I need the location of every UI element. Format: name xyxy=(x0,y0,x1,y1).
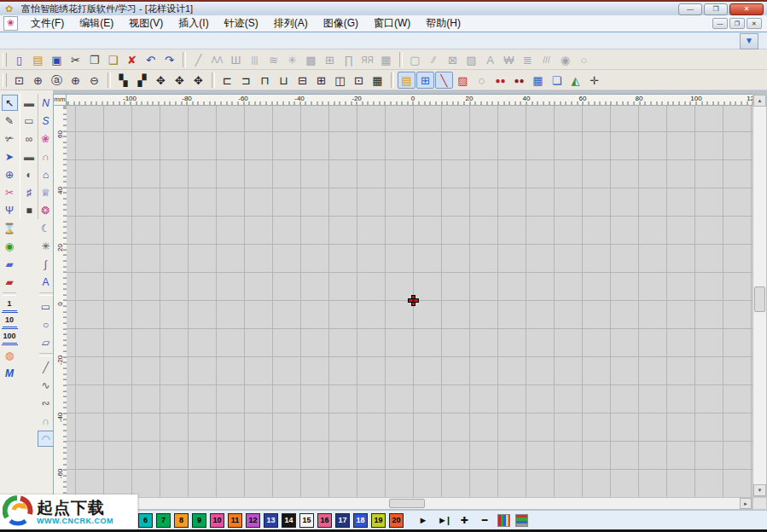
hatch-stitch-icon[interactable]: ⁄⁄ xyxy=(425,51,443,68)
color-swatch-18[interactable]: 18 xyxy=(353,513,368,528)
vertical-scroll-thumb[interactable] xyxy=(754,286,765,312)
swap-block-icon[interactable]: ▞ xyxy=(133,72,151,89)
arch-pink-tool[interactable]: ∩ xyxy=(38,148,54,165)
ellipse-tool[interactable]: ○ xyxy=(38,316,54,332)
fur-stitch-icon[interactable]: /// xyxy=(537,51,555,68)
align-bottom-icon[interactable]: ⊔ xyxy=(275,72,293,89)
minimize-button[interactable]: — xyxy=(678,3,702,15)
satin-shape-tool[interactable]: ▭ xyxy=(21,113,38,129)
mdi-close-button[interactable]: ✕ xyxy=(747,18,762,29)
symmetry-tool[interactable]: Ψ xyxy=(2,202,18,218)
menu-image[interactable]: 图像(G) xyxy=(316,15,366,32)
thread-bead2-icon[interactable]: ●● xyxy=(510,72,528,89)
block-fill-tool[interactable]: ■ xyxy=(21,202,38,218)
unit-mm-tool[interactable]: M xyxy=(2,365,18,381)
slash-sphere-tool[interactable]: ◐ xyxy=(21,166,38,182)
grid-fill-icon[interactable]: ⊞ xyxy=(321,51,339,68)
color-swatch-19[interactable]: 19 xyxy=(371,513,386,528)
circle-stitch-icon[interactable]: ○ xyxy=(575,51,593,68)
stitch-pick-tool[interactable]: ✃ xyxy=(2,130,18,147)
redo-icon[interactable]: ↷ xyxy=(160,51,178,68)
scroll-up-button[interactable]: ▲ xyxy=(753,95,766,107)
letter-tool[interactable]: A xyxy=(38,274,54,290)
run-stitch-icon[interactable]: ╱ xyxy=(189,51,207,68)
align-left-icon[interactable]: ⊏ xyxy=(218,72,236,89)
copy-icon[interactable]: ❐ xyxy=(85,51,103,68)
color-swatch-8[interactable]: 8 xyxy=(174,513,189,528)
crossed-fill-icon[interactable]: ▨ xyxy=(462,51,480,68)
satin-stitch-icon[interactable]: Ш xyxy=(227,51,245,68)
curl-tool[interactable]: ∫ xyxy=(38,256,54,272)
watermark-url[interactable]: WWW.CNCRK.COM xyxy=(37,517,113,525)
download-arrow-button[interactable]: ▼ xyxy=(740,33,758,49)
monogram-icon[interactable]: ₩ xyxy=(500,51,518,68)
menu-file[interactable]: 文件(F) xyxy=(23,15,72,32)
design-canvas[interactable] xyxy=(67,106,752,497)
menu-help[interactable]: 帮助(H) xyxy=(418,15,468,32)
zigzag-stitch-icon[interactable]: ΛΛ xyxy=(208,51,226,68)
color-swatch-15[interactable]: 15 xyxy=(299,513,314,528)
zoom-up-icon[interactable]: ⊕ xyxy=(67,72,84,89)
color-swatch-14[interactable]: 14 xyxy=(282,513,296,528)
center-horizontal-icon[interactable]: ⊟ xyxy=(293,72,311,89)
new-icon[interactable]: ▯ xyxy=(10,51,28,68)
wave-fill-icon[interactable]: ≋ xyxy=(264,51,282,68)
palette-scroll-end[interactable]: ►| xyxy=(436,512,451,528)
draw-line-toggle[interactable]: ╲ xyxy=(435,72,453,89)
overlap-circles-tool[interactable]: ∞ xyxy=(21,130,38,147)
scroll-right-button[interactable]: ► xyxy=(740,498,752,509)
arc-tool[interactable]: ∩ xyxy=(38,413,54,429)
split-tool[interactable]: ✂ xyxy=(2,184,18,200)
menu-insert[interactable]: 插入(I) xyxy=(171,15,216,32)
align-right-icon[interactable]: ⊐ xyxy=(237,72,255,89)
eyelet-icon[interactable]: ◉ xyxy=(556,51,574,68)
open-icon[interactable]: ▤ xyxy=(29,51,47,68)
color-swatch-17[interactable]: 17 xyxy=(335,513,350,528)
line-tool[interactable]: ╱ xyxy=(38,359,54,375)
undo-icon[interactable]: ↶ xyxy=(142,51,160,68)
applique-icon[interactable]: ▢ xyxy=(406,51,424,68)
zoom-out-icon[interactable]: ⊖ xyxy=(85,72,103,89)
add-color-button[interactable]: ✚ xyxy=(456,512,472,528)
color-swatch-12[interactable]: 12 xyxy=(246,513,260,528)
stitch-list-toggle[interactable]: ▤ xyxy=(398,72,415,89)
machine-tool[interactable]: ◉ xyxy=(2,238,18,254)
menu-arrange[interactable]: 排列(A) xyxy=(266,15,316,32)
grid-settings-icon[interactable]: ▦ xyxy=(529,72,547,89)
density-tool[interactable]: ◍ xyxy=(2,347,18,363)
hatch-view-icon[interactable]: ▨ xyxy=(454,72,472,89)
zoom-in-icon[interactable]: ⊕ xyxy=(29,72,47,89)
motif-stitch-icon[interactable]: ЯЯ xyxy=(358,51,376,68)
color-swatch-20[interactable]: 20 xyxy=(389,513,404,528)
paste-icon[interactable]: ❑ xyxy=(104,51,122,68)
scale-1-tool[interactable]: 1 xyxy=(2,298,18,313)
center-vertical-icon[interactable]: ⊞ xyxy=(312,72,330,89)
tatami-stitch-icon[interactable]: ||| xyxy=(246,51,264,68)
patch-red-tool[interactable]: ▰ xyxy=(2,274,18,290)
delete-icon[interactable]: ✘ xyxy=(123,51,141,68)
zoom-tool[interactable]: ⊕ xyxy=(2,166,18,182)
space-evenly-icon[interactable]: ▦ xyxy=(369,72,386,89)
connect-tool[interactable]: ♯ xyxy=(21,184,38,200)
color-list-icon[interactable] xyxy=(515,514,528,527)
measure-tool[interactable]: ⌛ xyxy=(2,220,18,236)
curve3-tool[interactable]: ∿ xyxy=(38,377,54,393)
color-swatch-9[interactable]: 9 xyxy=(192,513,206,528)
lettering-icon[interactable]: A xyxy=(481,51,499,68)
star-point-tool[interactable]: ✳ xyxy=(38,238,54,254)
dense-fill-icon[interactable]: ▩ xyxy=(302,51,320,68)
bridge-tool[interactable]: ◠ xyxy=(38,431,54,447)
color-swatch-10[interactable]: 10 xyxy=(210,513,224,528)
remove-color-button[interactable]: ━ xyxy=(477,512,492,528)
move-free-icon[interactable]: ✥ xyxy=(189,72,207,89)
cut-icon[interactable]: ✂ xyxy=(67,51,84,68)
scale-10-tool[interactable]: 10 xyxy=(2,315,18,329)
enter-stitch-tool[interactable]: ➤ xyxy=(2,148,18,165)
pattern-fill-icon[interactable]: ⊠ xyxy=(444,51,462,68)
color-swatch-16[interactable]: 16 xyxy=(317,513,332,528)
select-tool[interactable]: ↖ xyxy=(2,95,18,111)
sphere-pink-tool[interactable]: ❂ xyxy=(38,202,54,218)
zigzag-curve-tool[interactable]: N xyxy=(38,95,54,111)
horizontal-scrollbar[interactable]: ◄ ► xyxy=(53,497,752,510)
move-step-icon[interactable]: ✥ xyxy=(171,72,189,89)
